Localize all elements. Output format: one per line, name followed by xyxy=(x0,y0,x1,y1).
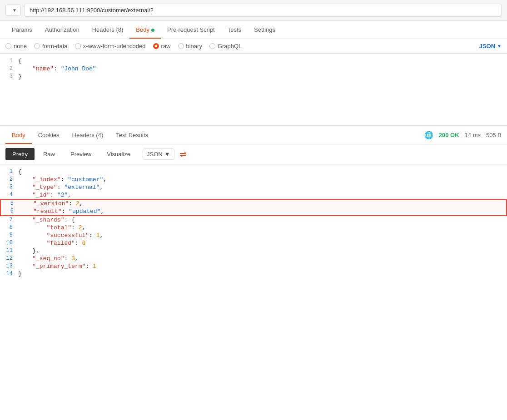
request-line-1: 1{ xyxy=(0,57,507,65)
radio-raw xyxy=(153,43,159,49)
response-tab-body[interactable]: Body xyxy=(5,126,32,144)
request-tab-body[interactable]: Body xyxy=(129,21,161,39)
body-option-graphql[interactable]: GraphQL xyxy=(209,43,242,49)
body-option-raw[interactable]: raw xyxy=(153,43,171,49)
response-line-5: 5 "_version": 2, xyxy=(0,199,507,208)
view-tab-visualize[interactable]: Visualize xyxy=(100,148,137,160)
request-tab-tests[interactable]: Tests xyxy=(221,21,248,39)
response-line-9: 9 "successful": 1, xyxy=(0,232,507,239)
line-number: 14 xyxy=(0,271,18,277)
radio-label-none: none xyxy=(14,43,27,49)
status-code: 200 OK xyxy=(439,132,459,138)
wrap-button[interactable]: ⇌ xyxy=(180,149,187,159)
radio-label-binary: binary xyxy=(186,43,202,49)
response-tab-test-results[interactable]: Test Results xyxy=(109,126,154,144)
response-line-10: 10 "failed": 0 xyxy=(0,239,507,247)
response-line-1: 1{ xyxy=(0,168,507,176)
view-tabs: PrettyRawPreviewVisualizeJSON▼⇌ xyxy=(0,144,507,164)
request-line-3: 3} xyxy=(0,73,507,80)
response-time: 14 ms xyxy=(465,132,481,138)
request-tab-headers[interactable]: Headers (8) xyxy=(86,21,130,39)
line-content: "name": "John Doe" xyxy=(18,65,96,72)
radio-label-form-data: form-data xyxy=(42,43,68,49)
format-label: JSON xyxy=(479,43,495,49)
line-content: "_version": 2, xyxy=(19,200,83,207)
line-content: "total": 2, xyxy=(18,224,85,231)
line-number: 6 xyxy=(1,208,19,214)
line-content: "_primary_term": 1 xyxy=(18,263,96,270)
globe-icon: 🌐 xyxy=(424,131,433,139)
line-content: "failed": 0 xyxy=(18,240,85,247)
format-select[interactable]: JSON▼ xyxy=(479,43,502,49)
line-number: 4 xyxy=(0,192,18,198)
line-content: }, xyxy=(18,247,40,254)
line-number: 2 xyxy=(0,176,18,183)
response-body: 1{2 "_index": "customer",3 "_type": "ext… xyxy=(0,164,507,282)
radio-label-graphql: GraphQL xyxy=(218,43,242,49)
response-line-4: 4 "_id": "2", xyxy=(0,191,507,199)
line-number: 1 xyxy=(0,168,18,175)
format-chevron: ▼ xyxy=(497,44,502,49)
response-format-label: JSON xyxy=(147,151,163,158)
line-content: } xyxy=(18,271,22,277)
response-line-3: 3 "_type": "external", xyxy=(0,183,507,191)
line-content: { xyxy=(18,168,22,175)
response-status-area: 🌐200 OK14 ms505 B xyxy=(424,131,502,139)
line-content: "_id": "2", xyxy=(18,192,71,198)
response-format-chevron: ▼ xyxy=(164,151,170,158)
response-size: 505 B xyxy=(486,132,502,138)
response-line-8: 8 "total": 2, xyxy=(0,224,507,232)
line-number: 5 xyxy=(1,200,19,207)
view-tab-raw[interactable]: Raw xyxy=(36,148,62,160)
radio-none xyxy=(5,43,11,49)
method-select[interactable]: ▼ xyxy=(5,5,21,16)
line-number: 9 xyxy=(0,232,18,238)
request-tab-pre-request[interactable]: Pre-request Script xyxy=(161,21,221,39)
response-line-6: 6 "result": "updated", xyxy=(0,208,507,216)
line-number: 11 xyxy=(0,247,18,254)
radio-form-data xyxy=(34,43,40,49)
view-tab-preview[interactable]: Preview xyxy=(64,148,98,160)
response-tab-headers[interactable]: Headers (4) xyxy=(66,126,110,144)
line-number: 3 xyxy=(0,184,18,190)
method-chevron: ▼ xyxy=(12,8,17,13)
line-number: 2 xyxy=(0,65,18,72)
radio-graphql xyxy=(209,43,215,49)
radio-label-raw: raw xyxy=(161,43,171,49)
line-content: "_shards": { xyxy=(18,217,75,223)
response-line-14: 14} xyxy=(0,270,507,278)
body-option-form-data[interactable]: form-data xyxy=(34,43,68,49)
line-content: { xyxy=(18,58,22,64)
line-number: 12 xyxy=(0,255,18,262)
request-tab-settings[interactable]: Settings xyxy=(248,21,282,39)
line-content: "successful": 1, xyxy=(18,232,103,239)
line-number: 7 xyxy=(0,217,18,223)
line-number: 1 xyxy=(0,58,18,64)
response-line-11: 11 }, xyxy=(0,247,507,255)
request-tabs-bar: ParamsAuthorizationHeaders (8)BodyPre-re… xyxy=(0,21,507,39)
request-tab-params[interactable]: Params xyxy=(5,21,39,39)
url-input[interactable] xyxy=(25,4,502,17)
request-tab-authorization[interactable]: Authorization xyxy=(39,21,86,39)
response-tab-cookies[interactable]: Cookies xyxy=(32,126,66,144)
line-number: 13 xyxy=(0,263,18,269)
line-number: 8 xyxy=(0,224,18,231)
line-number: 10 xyxy=(0,240,18,246)
body-option-none[interactable]: none xyxy=(5,43,27,49)
request-line-2: 2 "name": "John Doe" xyxy=(0,65,507,73)
line-content: } xyxy=(18,73,22,80)
body-option-x-www-form-urlencoded[interactable]: x-www-form-urlencoded xyxy=(75,43,146,49)
radio-x-www-form-urlencoded xyxy=(75,43,81,49)
body-option-binary[interactable]: binary xyxy=(178,43,202,49)
response-format-select[interactable]: JSON▼ xyxy=(143,148,174,160)
request-body-editor[interactable]: 1{2 "name": "John Doe"3} xyxy=(0,54,507,126)
response-line-13: 13 "_primary_term": 1 xyxy=(0,262,507,270)
view-tab-pretty[interactable]: Pretty xyxy=(5,148,35,160)
tab-dot-body xyxy=(151,29,154,32)
response-line-7: 7 "_shards": { xyxy=(0,216,507,224)
response-tabs-bar: BodyCookiesHeaders (4)Test Results🌐200 O… xyxy=(0,126,507,144)
line-content: "result": "updated", xyxy=(19,208,104,215)
url-bar: ▼ xyxy=(0,0,507,21)
radio-label-x-www-form-urlencoded: x-www-form-urlencoded xyxy=(83,43,146,49)
line-content: "_type": "external", xyxy=(18,184,103,191)
